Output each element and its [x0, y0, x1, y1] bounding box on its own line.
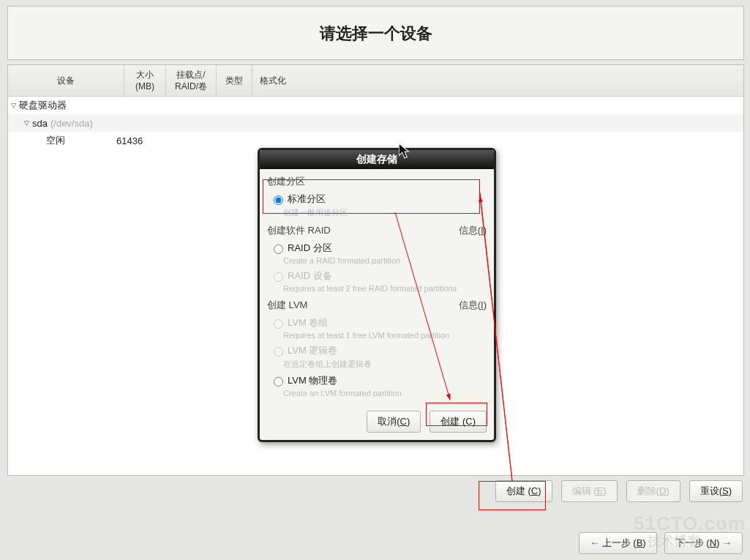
hint-raid-partition: Create a RAID formated partition: [283, 256, 487, 265]
tree-free-size: 61436: [116, 135, 143, 146]
radio-raid-device: RAID 设备: [270, 269, 487, 283]
tree-free-label: 空闲: [46, 134, 116, 147]
radio-standard-partition[interactable]: 标准分区: [270, 193, 487, 206]
dialog-actions: 取消(C) 创建 (C): [267, 411, 487, 433]
hint-lvm-vg: Requires at least 1 free LVM formated pa…: [283, 331, 487, 340]
radio-lvm-pv[interactable]: LVM 物理卷: [270, 374, 487, 387]
hint-raid-device: Requires at least 2 free RAID formated p…: [283, 284, 487, 293]
expand-icon[interactable]: ▽: [8, 102, 19, 109]
radio-lvm-lv: LVM 逻辑卷: [270, 344, 487, 357]
tree-disk-dev: (/dev/sda): [50, 118, 93, 129]
radio-lvm-vg: LVM 卷组: [270, 316, 487, 329]
footer-reset-button[interactable]: 重设(S): [689, 480, 743, 502]
footer-create-button[interactable]: 创建 (C): [495, 480, 552, 502]
title-box: 请选择一个设备: [7, 6, 744, 60]
page-title: 请选择一个设备: [8, 23, 743, 45]
header-device[interactable]: 设备: [8, 65, 124, 96]
section-partition: 创建分区: [267, 175, 305, 188]
header-format[interactable]: 格式化: [252, 65, 293, 96]
tree-disk-label: sda: [32, 118, 48, 129]
header-size[interactable]: 大小 (MB): [124, 65, 166, 96]
radio-standard-input[interactable]: [274, 195, 283, 205]
link-info-lvm[interactable]: 信息(I): [459, 299, 487, 312]
create-storage-dialog: 创建存储 创建分区 标准分区 创建一般用途分区 创建软件 RAID 信息(I) …: [258, 148, 496, 442]
footer-actions: 创建 (C) 编辑 (E) 删除(D) 重设(S): [7, 480, 743, 502]
radio-lvm-pv-input[interactable]: [274, 377, 283, 387]
radio-raid-device-input: [274, 272, 283, 282]
radio-lvm-vg-input: [274, 319, 283, 329]
dialog-body: 创建分区 标准分区 创建一般用途分区 创建软件 RAID 信息(I) RAID …: [260, 169, 494, 440]
radio-raid-partition-input[interactable]: [274, 244, 283, 254]
radio-raid-partition-label: RAID 分区: [288, 242, 332, 255]
tree-row-disk[interactable]: ▽ sda (/dev/sda): [8, 114, 743, 132]
tree-row-root[interactable]: ▽ 硬盘驱动器: [8, 97, 743, 114]
header-type[interactable]: 类型: [217, 65, 252, 96]
window: 请选择一个设备 设备 大小 (MB) 挂载点/ RAID/卷 类型 格式化 ▽ …: [0, 0, 750, 560]
next-button[interactable]: 下一步 (N) →: [664, 532, 743, 554]
arrow-right-icon: →: [722, 537, 732, 548]
hint-lvm-lv: 在选定卷组上创建逻辑卷: [283, 359, 487, 370]
tree-row-free[interactable]: 空闲 61436: [8, 132, 743, 149]
radio-standard-label: 标准分区: [288, 193, 326, 206]
radio-lvm-lv-input: [274, 347, 283, 356]
link-info-raid[interactable]: 信息(I): [459, 224, 487, 237]
tree-root-label: 硬盘驱动器: [19, 99, 67, 112]
section-lvm: 创建 LVM: [267, 299, 307, 312]
footer-edit-button: 编辑 (E): [561, 480, 618, 502]
radio-raid-device-label: RAID 设备: [288, 269, 332, 283]
expand-icon[interactable]: ▽: [21, 119, 32, 127]
create-button[interactable]: 创建 (C): [430, 411, 487, 433]
back-button[interactable]: ← 上一步 (B): [579, 532, 657, 554]
radio-raid-partition[interactable]: RAID 分区: [270, 242, 487, 255]
dialog-title: 创建存储: [260, 150, 494, 169]
hint-lvm-pv: Create an LVM formated partition: [283, 389, 487, 397]
radio-lvm-pv-label: LVM 物理卷: [288, 374, 337, 387]
section-raid: 创建软件 RAID: [267, 224, 331, 237]
nav-actions: ← 上一步 (B) 下一步 (N) →: [579, 532, 743, 554]
radio-lvm-vg-label: LVM 卷组: [288, 316, 328, 329]
radio-lvm-lv-label: LVM 逻辑卷: [288, 344, 337, 357]
header-mount[interactable]: 挂载点/ RAID/卷: [166, 65, 217, 96]
arrow-left-icon: ←: [590, 537, 599, 548]
cancel-button[interactable]: 取消(C): [367, 411, 421, 433]
hint-standard: 创建一般用途分区: [283, 207, 487, 218]
footer-delete-button: 删除(D): [626, 480, 680, 502]
table-header-row: 设备 大小 (MB) 挂载点/ RAID/卷 类型 格式化: [8, 65, 743, 97]
